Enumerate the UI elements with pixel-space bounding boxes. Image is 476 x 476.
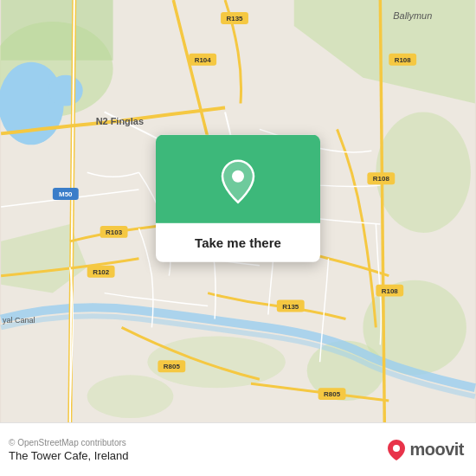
svg-text:R108: R108	[373, 175, 390, 183]
svg-text:M50: M50	[59, 190, 73, 198]
moovit-pin-icon	[387, 439, 406, 461]
svg-point-40	[393, 445, 400, 452]
location-pin-icon	[219, 159, 257, 204]
svg-text:N2 Finglas: N2 Finglas	[96, 116, 144, 126]
svg-text:R108: R108	[382, 287, 399, 295]
popup-green-area	[156, 135, 320, 223]
moovit-brand-name: moovit	[409, 440, 464, 460]
svg-rect-2	[1, 0, 113, 61]
place-name: The Tower Cafe, Ireland	[9, 449, 129, 462]
moovit-logo[interactable]: moovit	[387, 439, 464, 461]
app: R135 R104 R108 R108 R108 R103 R135 R135	[0, 0, 476, 476]
svg-point-9	[87, 375, 174, 418]
svg-text:yal Canal: yal Canal	[3, 316, 35, 325]
bottom-bar: © OpenStreetMap contributors The Tower C…	[0, 422, 476, 476]
svg-point-11	[48, 75, 83, 106]
copyright-text: © OpenStreetMap contributors	[9, 438, 129, 447]
bottom-left-info: © OpenStreetMap contributors The Tower C…	[9, 438, 129, 462]
svg-text:R805: R805	[164, 363, 181, 370]
svg-text:Ballymun: Ballymun	[393, 10, 432, 21]
svg-text:R103: R103	[106, 228, 123, 236]
svg-text:R108: R108	[395, 56, 412, 64]
svg-text:R102: R102	[93, 268, 110, 276]
svg-text:R135: R135	[282, 303, 299, 311]
map-container[interactable]: R135 R104 R108 R108 R108 R103 R135 R135	[0, 0, 476, 422]
svg-point-39	[232, 170, 244, 183]
svg-text:R104: R104	[195, 56, 212, 64]
take-me-there-button[interactable]: Take me there	[174, 223, 302, 262]
popup-card: Take me there	[156, 135, 320, 262]
svg-text:R135: R135	[227, 15, 244, 23]
svg-text:R805: R805	[324, 390, 341, 398]
